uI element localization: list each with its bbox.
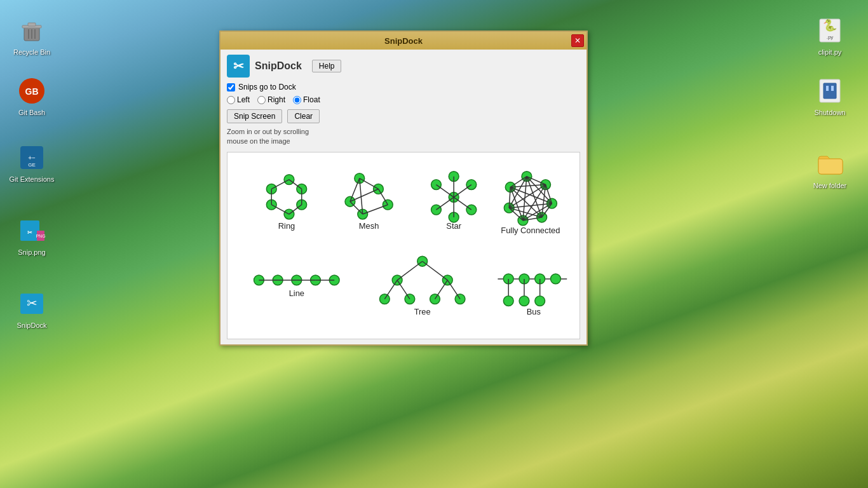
svg-line-109 (435, 280, 447, 299)
svg-rect-2 (28, 23, 36, 26)
svg-text:✂: ✂ (27, 229, 32, 236)
title-bar: SnipDock ✕ (220, 32, 587, 50)
svg-point-121 (535, 295, 545, 306)
svg-line-105 (397, 261, 423, 280)
recycle-bin-icon (17, 15, 47, 46)
line-label: Line (289, 288, 304, 297)
svg-point-115 (550, 274, 560, 284)
radio-left-option: Left (227, 95, 250, 104)
network-diagram-svg: Ring Mesh (227, 152, 580, 339)
desktop: Recycle Bin GB Git Bash +− GE Git Extens… (0, 0, 868, 488)
desktop-icon-shutdown[interactable]: Shutdown (804, 73, 855, 119)
svg-rect-22 (826, 86, 829, 91)
git-bash-icon: GB (17, 76, 47, 106)
radio-left[interactable] (227, 96, 235, 104)
snip-png-label: Snip.png (18, 248, 45, 256)
radio-right-label: Right (268, 95, 285, 104)
help-button[interactable]: Help (312, 60, 342, 72)
desktop-icon-git-bash[interactable]: GB Git Bash (6, 73, 57, 119)
git-extensions-icon: +− GE (17, 142, 47, 173)
svg-line-107 (384, 280, 397, 299)
tree-label: Tree (414, 307, 431, 316)
desktop-icon-clipit[interactable]: 🐍 .py clipit.py (804, 13, 855, 58)
radio-row: Left Right Float (227, 95, 580, 104)
fully-connected-label: Fully Connected (501, 225, 560, 234)
new-folder-icon (815, 149, 845, 179)
snipdock-window: SnipDock ✕ ✂ SnipDock Help Snips go to D… (219, 30, 588, 346)
app-name-label: SnipDock (255, 60, 302, 72)
snips-go-to-dock-label: Snips go to Dock (238, 83, 296, 92)
radio-float-option: Float (293, 95, 320, 104)
snip-png-icon: ✂ PNG (17, 215, 47, 246)
svg-line-47 (350, 201, 363, 214)
checkbox-row: Snips go to Dock (227, 83, 580, 92)
svg-text:+−: +− (28, 154, 36, 161)
svg-line-57 (454, 197, 471, 210)
bus-label: Bus (527, 307, 541, 316)
git-extensions-label: Git Extensions (10, 175, 55, 183)
svg-point-119 (519, 295, 529, 306)
svg-line-56 (454, 184, 471, 197)
svg-line-73 (510, 176, 527, 187)
svg-line-110 (447, 280, 460, 299)
clipit-icon: 🐍 .py (815, 15, 845, 46)
desktop-icon-recycle-bin[interactable]: Recycle Bin (6, 13, 57, 58)
snips-go-to-dock-checkbox[interactable] (227, 83, 235, 92)
svg-rect-23 (831, 86, 834, 91)
svg-point-51 (466, 205, 477, 215)
svg-rect-21 (824, 83, 836, 98)
image-area[interactable]: Ring Mesh (227, 152, 580, 339)
svg-line-60 (436, 184, 454, 197)
window-content: ✂ SnipDock Help Snips go to Dock Left Ri… (220, 50, 587, 344)
button-row: Snip Screen Clear (227, 109, 580, 123)
svg-line-46 (363, 205, 388, 214)
svg-text:✂: ✂ (27, 296, 37, 310)
desktop-icon-new-folder[interactable]: New folder (804, 146, 855, 192)
shutdown-icon (815, 76, 845, 106)
app-logo: ✂ (227, 55, 250, 78)
svg-text:GB: GB (25, 86, 39, 97)
radio-left-label: Left (237, 95, 250, 104)
svg-text:🐍: 🐍 (823, 18, 837, 32)
radio-right-option: Right (257, 95, 285, 104)
window-title: SnipDock (384, 36, 423, 46)
desktop-icon-snip-png[interactable]: ✂ PNG Snip.png (6, 213, 57, 259)
ring-label: Ring (278, 221, 295, 231)
svg-text:PNG: PNG (36, 234, 45, 238)
svg-text:GE: GE (28, 162, 36, 168)
snipdock-desktop-label: SnipDock (17, 322, 46, 329)
svg-line-108 (397, 280, 410, 299)
desktop-icon-git-extensions[interactable]: +− GE Git Extensions (6, 140, 57, 186)
clear-button[interactable]: Clear (287, 109, 320, 123)
desktop-icon-snipdock[interactable]: ✂ SnipDock (6, 286, 57, 332)
close-button[interactable]: ✕ (571, 34, 584, 47)
clipit-label: clipit.py (818, 48, 842, 56)
recycle-bin-label: Recycle Bin (13, 48, 50, 56)
snipdock-desktop-icon: ✂ (17, 288, 47, 319)
radio-float-label: Float (303, 95, 320, 104)
svg-point-101 (379, 294, 390, 304)
git-bash-label: Git Bash (18, 109, 45, 116)
header-row: ✂ SnipDock Help (227, 55, 580, 78)
svg-line-41 (360, 178, 379, 189)
new-folder-label: New folder (813, 182, 847, 189)
svg-point-117 (503, 295, 513, 306)
shutdown-label: Shutdown (815, 109, 846, 116)
svg-point-50 (466, 179, 477, 189)
mesh-label: Mesh (359, 221, 379, 231)
snip-screen-button[interactable]: Snip Screen (227, 109, 282, 123)
radio-right[interactable] (257, 96, 266, 104)
hint-text: Zoom in or out by scrollingmouse on the … (227, 127, 580, 147)
radio-float[interactable] (293, 96, 301, 104)
svg-line-59 (436, 197, 454, 210)
star-label: Star (446, 221, 461, 231)
svg-line-106 (423, 261, 448, 280)
svg-text:.py: .py (827, 34, 834, 40)
svg-point-103 (430, 294, 440, 304)
svg-point-104 (455, 294, 465, 304)
